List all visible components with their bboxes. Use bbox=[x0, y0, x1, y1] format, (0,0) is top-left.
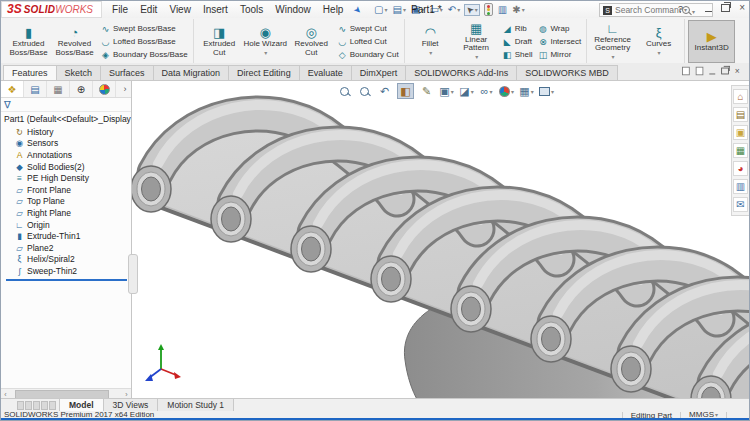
tree-item-origin[interactable]: ∟Origin bbox=[4, 219, 131, 231]
view-settings-button[interactable] bbox=[539, 84, 554, 98]
custom-properties-tab[interactable]: ▥ bbox=[733, 179, 748, 194]
curves-button[interactable]: ξ Curves bbox=[636, 21, 681, 62]
revolved-cut-button[interactable]: ◎ Revolved Cut bbox=[289, 21, 334, 62]
menu-file[interactable]: File bbox=[106, 4, 134, 15]
doc-minimize-icon[interactable] bbox=[709, 68, 715, 74]
swept-boss-base-button[interactable]: ∿Swept Boss/Base bbox=[100, 23, 188, 34]
reference-geometry-button[interactable]: ∟ Reference Geometry bbox=[590, 21, 635, 62]
lofted-cut-button[interactable]: ◡Lofted Cut bbox=[337, 36, 399, 47]
doc-restore-icon[interactable] bbox=[721, 68, 729, 75]
rollback-bar[interactable] bbox=[6, 279, 127, 281]
tab-data-migration[interactable]: Data Migration bbox=[153, 65, 230, 80]
graphics-viewport[interactable]: ↶ ◧ ✎ ▣ ◪ ∞ ▦ ⌂ ▤ ▣ ▦ ◕ ▥ ✉ bbox=[132, 81, 749, 399]
lofted-boss-base-button[interactable]: ◡Lofted Boss/Base bbox=[100, 36, 188, 47]
filter-funnel-icon[interactable]: ∇ bbox=[4, 100, 11, 110]
file-explorer-tab[interactable]: ▣ bbox=[733, 125, 748, 140]
tree-item-top-plane[interactable]: ▱Top Plane bbox=[4, 196, 131, 208]
menu-help[interactable]: Help bbox=[317, 4, 350, 15]
edit-appearance-button[interactable] bbox=[499, 84, 514, 98]
configurationmanager-tab[interactable]: ▦ bbox=[47, 81, 70, 97]
tree-item-sensors[interactable]: ◉Sensors bbox=[4, 138, 131, 150]
doc-close-icon[interactable]: × bbox=[735, 68, 740, 75]
tree-item-right-plane[interactable]: ▱Right Plane bbox=[4, 207, 131, 219]
undo-button[interactable]: ↶ bbox=[447, 5, 461, 15]
file-properties-button[interactable]: ▥ bbox=[497, 5, 508, 15]
tree-item-annotations[interactable]: AAnnotations bbox=[4, 149, 131, 161]
menu-view[interactable]: View bbox=[163, 4, 197, 15]
close-icon[interactable]: × bbox=[739, 4, 745, 12]
tab-motion-study-1[interactable]: Motion Study 1 bbox=[158, 399, 234, 411]
previous-view-button[interactable]: ↶ bbox=[377, 84, 392, 98]
apply-scene-button[interactable]: ▦ bbox=[519, 84, 534, 98]
zoom-to-fit-button[interactable] bbox=[337, 84, 352, 98]
rib-button[interactable]: ◢Rib bbox=[502, 23, 533, 34]
pin-menu-icon[interactable]: ➤ bbox=[352, 3, 364, 15]
tab-dimxpert[interactable]: DimXpert bbox=[351, 65, 407, 80]
minimize-icon[interactable] bbox=[705, 5, 712, 12]
panel-tab-overflow-arrow[interactable]: › bbox=[119, 81, 131, 97]
tree-item-helix-spiral2[interactable]: ξHelix/Spiral2 bbox=[4, 254, 131, 266]
fillet-button[interactable]: ◠ Fillet bbox=[408, 21, 453, 62]
tree-item-history[interactable]: ↻History bbox=[4, 126, 131, 138]
tab-solidworks-add-ins[interactable]: SOLIDWORKS Add-Ins bbox=[405, 65, 517, 80]
sketch-view-button[interactable]: ✎ bbox=[419, 84, 434, 98]
search-commands-box[interactable]: S bbox=[599, 3, 713, 17]
zoom-to-area-button[interactable] bbox=[357, 84, 372, 98]
tab-features[interactable]: Features bbox=[3, 65, 57, 80]
featuremanager-tab[interactable]: ❖ bbox=[1, 81, 24, 97]
tab-sketch[interactable]: Sketch bbox=[56, 65, 102, 80]
section-view-button[interactable]: ◧ bbox=[397, 83, 414, 99]
extruded-boss-base-button[interactable]: ▮ Extruded Boss/Base bbox=[6, 21, 51, 62]
scroll-left-icon[interactable]: ‹ bbox=[1, 391, 10, 398]
menu-window[interactable]: Window bbox=[269, 4, 317, 15]
options-button[interactable]: ✱ bbox=[511, 5, 525, 15]
tab-direct-editing[interactable]: Direct Editing bbox=[228, 65, 300, 80]
mirror-button[interactable]: ◫Mirror bbox=[537, 49, 581, 60]
select-button[interactable]: ➤ bbox=[464, 4, 480, 16]
new-file-button[interactable]: ▢ bbox=[373, 5, 388, 15]
restore-icon[interactable] bbox=[721, 4, 730, 12]
rebuild-button[interactable] bbox=[483, 3, 494, 16]
design-library-tab[interactable]: ▤ bbox=[733, 107, 748, 122]
appearances-tab[interactable]: ◕ bbox=[733, 161, 748, 176]
hole-wizard-button[interactable]: ◉ Hole Wizard bbox=[243, 21, 288, 62]
tab-surfaces[interactable]: Surfaces bbox=[100, 65, 154, 80]
view-orientation-button[interactable]: ▣ bbox=[439, 84, 454, 98]
display-style-button[interactable]: ◪ bbox=[459, 84, 474, 98]
panel-splitter-handle[interactable] bbox=[128, 254, 138, 294]
revolved-boss-base-button[interactable]: ◔ Revolved Boss/Base bbox=[52, 21, 97, 62]
swept-cut-button[interactable]: ∿Swept Cut bbox=[337, 23, 399, 34]
propertymanager-tab[interactable]: ▤ bbox=[24, 81, 47, 97]
displaymanager-tab[interactable] bbox=[93, 81, 116, 97]
menu-insert[interactable]: Insert bbox=[197, 4, 234, 15]
tab-evaluate[interactable]: Evaluate bbox=[299, 65, 352, 80]
tree-item-solid-bodies[interactable]: ◆Solid Bodies(2) bbox=[4, 161, 131, 173]
draft-button[interactable]: ◣Draft bbox=[502, 36, 533, 47]
boundary-boss-base-button[interactable]: ◈Boundary Boss/Base bbox=[100, 49, 188, 60]
menu-tools[interactable]: Tools bbox=[234, 4, 269, 15]
hide-show-items-button[interactable]: ∞ bbox=[479, 84, 494, 98]
dimxpertmanager-tab[interactable]: ⊕ bbox=[70, 81, 93, 97]
shell-button[interactable]: ◧Shell bbox=[502, 49, 533, 60]
view-palette-tab[interactable]: ▦ bbox=[733, 143, 748, 158]
tree-item-front-plane[interactable]: ▱Front Plane bbox=[4, 184, 131, 196]
search-input[interactable] bbox=[615, 5, 681, 15]
intersect-button[interactable]: ⊗Intersect bbox=[537, 36, 581, 47]
linear-pattern-button[interactable]: ▦ Linear Pattern bbox=[454, 21, 499, 62]
tree-item-sweep-thin2[interactable]: ∫Sweep-Thin2 bbox=[4, 265, 131, 277]
instant3d-button[interactable]: ▶ Instant3D bbox=[688, 20, 735, 63]
tree-item-plane2[interactable]: ▱Plane2 bbox=[4, 242, 131, 254]
tree-root[interactable]: Part1 (Default<<Default>_Display State 1… bbox=[4, 114, 131, 124]
scroll-right-icon[interactable]: › bbox=[122, 391, 131, 398]
boundary-cut-button[interactable]: ◇Boundary Cut bbox=[337, 49, 399, 60]
tree-item-material[interactable]: ≡PE High Density bbox=[4, 172, 131, 184]
tab-solidworks-mbd[interactable]: SOLIDWORKS MBD bbox=[516, 65, 618, 80]
forum-tab[interactable]: ✉ bbox=[733, 197, 748, 212]
new-window-icon[interactable] bbox=[682, 67, 690, 76]
split-window-icon[interactable] bbox=[696, 67, 704, 76]
tree-item-extrude-thin1[interactable]: ▮Extrude-Thin1 bbox=[4, 230, 131, 242]
open-file-button[interactable]: ▤ bbox=[391, 5, 406, 15]
help-button[interactable]: ? bbox=[678, 4, 687, 14]
menu-edit[interactable]: Edit bbox=[134, 4, 163, 15]
extruded-cut-button[interactable]: ◨ Extruded Cut bbox=[197, 21, 242, 62]
